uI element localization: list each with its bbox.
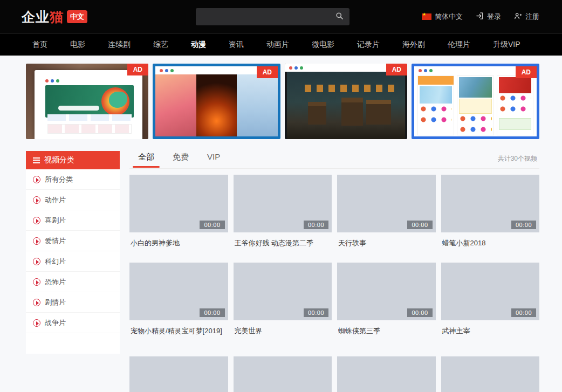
video-card: 00:00 小白的男神爹地 xyxy=(129,175,228,263)
nav-item[interactable]: 微电影 xyxy=(312,40,334,50)
category-label: 剧情片 xyxy=(45,298,66,307)
login-label: 登录 xyxy=(487,12,501,22)
sidebar-category-item[interactable]: 恐怖片 xyxy=(26,272,120,292)
filter-tab[interactable]: VIP xyxy=(207,151,220,168)
content: 视频分类 所有分类 动作片 喜剧片 xyxy=(26,151,539,392)
game-scene-art xyxy=(287,72,405,139)
video-thumbnail[interactable]: 00:00 xyxy=(234,263,332,320)
video-thumbnail[interactable] xyxy=(441,356,540,392)
video-thumbnail[interactable]: 00:00 xyxy=(337,263,436,320)
video-thumbnail[interactable] xyxy=(234,356,332,392)
main-nav: 首页 电影 连续剧 综艺 动漫 资讯 动画片 微电影 记录片 海外剧 伦理片 升… xyxy=(0,33,562,56)
video-grid-loading-row xyxy=(129,356,539,392)
app-panel-3 xyxy=(497,75,533,135)
sidebar-category-item[interactable]: 剧情片 xyxy=(26,292,120,313)
video-card-loading xyxy=(129,356,228,392)
ad-badge: AD xyxy=(127,64,148,75)
play-circle-icon xyxy=(33,319,40,327)
video-card: 00:00 王爷你好贱 动态漫第二季 xyxy=(234,175,332,263)
video-title[interactable]: 完美世界 xyxy=(235,326,331,336)
video-thumbnail[interactable] xyxy=(337,356,436,392)
video-card: 00:00 蜡笔小新2018 xyxy=(441,175,540,263)
register-link[interactable]: 注册 xyxy=(514,12,539,22)
video-title[interactable]: 天行轶事 xyxy=(338,238,435,248)
sidebar-category-item[interactable]: 爱情片 xyxy=(26,231,120,251)
register-icon xyxy=(514,12,522,22)
video-thumbnail[interactable] xyxy=(129,356,228,392)
category-label: 所有分类 xyxy=(45,175,73,184)
duration-badge: 00:00 xyxy=(200,221,224,229)
pagoda-art xyxy=(366,100,391,125)
sidebar-category-item[interactable]: 所有分类 xyxy=(26,169,120,190)
sidebar-category-item[interactable]: 科幻片 xyxy=(26,251,120,272)
browser-dots-icon xyxy=(289,66,303,70)
nav-item[interactable]: 升级VIP xyxy=(493,40,520,50)
ad-banner-3[interactable]: AD xyxy=(285,64,407,139)
duration-badge: 00:00 xyxy=(511,221,536,229)
video-title[interactable]: 蜘蛛侠第三季 xyxy=(338,326,435,336)
video-thumbnail[interactable]: 00:00 xyxy=(441,175,540,232)
video-thumbnail[interactable]: 00:00 xyxy=(129,263,228,320)
video-thumbnail[interactable]: 00:00 xyxy=(129,175,228,232)
video-thumbnail[interactable]: 00:00 xyxy=(337,175,436,232)
video-card-loading xyxy=(234,356,332,392)
browser-dots-icon xyxy=(160,69,174,72)
filter-tab[interactable]: 全部 xyxy=(138,151,154,168)
header: 企业 猫 中文 简体中文 登录 xyxy=(0,0,562,33)
play-circle-icon xyxy=(33,196,40,204)
duration-badge: 00:00 xyxy=(407,221,432,229)
sidebar-title: 视频分类 xyxy=(44,155,74,165)
sidebar-category-item[interactable]: 动作片 xyxy=(26,190,120,210)
pagoda-art xyxy=(341,98,363,126)
video-title[interactable]: 武神主宰 xyxy=(442,326,539,336)
video-title[interactable]: 王爷你好贱 动态漫第二季 xyxy=(235,238,331,248)
search-input[interactable] xyxy=(196,8,329,25)
nav-item[interactable]: 动漫 xyxy=(191,40,206,50)
duration-badge: 00:00 xyxy=(304,221,328,229)
browser-dots-icon xyxy=(419,69,433,72)
logo-text-accent: 猫 xyxy=(50,8,63,26)
category-label: 战争片 xyxy=(45,318,66,328)
nav-item[interactable]: 海外剧 xyxy=(402,40,425,50)
category-label: 恐怖片 xyxy=(45,277,66,287)
ad-banner-2[interactable]: AD xyxy=(153,64,280,139)
language-switcher[interactable]: 简体中文 xyxy=(422,12,463,22)
sidebar-category-item[interactable]: 喜剧片 xyxy=(26,210,120,231)
nav-item[interactable]: 首页 xyxy=(32,40,47,50)
video-thumbnail[interactable]: 00:00 xyxy=(441,263,540,320)
login-link[interactable]: 登录 xyxy=(476,12,501,22)
nav-item[interactable]: 连续剧 xyxy=(108,40,131,50)
banner-menu-art xyxy=(47,114,132,121)
app-panel-2 xyxy=(457,75,494,135)
play-circle-icon xyxy=(33,176,40,183)
nav-item[interactable]: 伦理片 xyxy=(448,40,470,50)
sidebar-header: 视频分类 xyxy=(26,151,120,169)
video-title[interactable]: 宠物小精灵/精灵宝可梦[2019] xyxy=(131,326,227,336)
ad-banner-4[interactable]: AD xyxy=(412,64,539,139)
nav-item[interactable]: 电影 xyxy=(70,40,85,50)
total-count-label: 共计30个视频 xyxy=(498,151,537,163)
video-card: 00:00 武神主宰 xyxy=(441,263,540,350)
search-button[interactable] xyxy=(329,8,349,25)
nav-item[interactable]: 动画片 xyxy=(266,40,289,50)
duration-badge: 00:00 xyxy=(511,308,536,317)
nav-item[interactable]: 资讯 xyxy=(229,40,244,50)
duration-badge: 00:00 xyxy=(304,308,328,317)
video-title[interactable]: 蜡笔小新2018 xyxy=(442,238,539,248)
filter-tab[interactable]: 免费 xyxy=(173,151,189,168)
video-title[interactable]: 小白的男神爹地 xyxy=(131,238,227,248)
nav-item[interactable]: 综艺 xyxy=(153,40,168,50)
ad-banner-1[interactable]: AD xyxy=(26,64,148,139)
video-card-loading xyxy=(337,356,436,392)
video-thumbnail[interactable]: 00:00 xyxy=(234,175,332,232)
sidebar-category-item[interactable]: 战争片 xyxy=(26,313,120,333)
filter-tabs: 全部 免费 VIP 共计30个视频 xyxy=(129,151,539,169)
category-label: 喜剧片 xyxy=(45,216,66,225)
ad-badge: AD xyxy=(386,64,407,75)
logo-language-badge: 中文 xyxy=(67,10,87,23)
play-circle-icon xyxy=(33,217,40,224)
language-label: 简体中文 xyxy=(435,12,463,22)
site-logo[interactable]: 企业 猫 中文 xyxy=(22,8,87,26)
nav-item[interactable]: 记录片 xyxy=(357,40,380,50)
header-links: 简体中文 登录 注册 xyxy=(422,12,539,22)
